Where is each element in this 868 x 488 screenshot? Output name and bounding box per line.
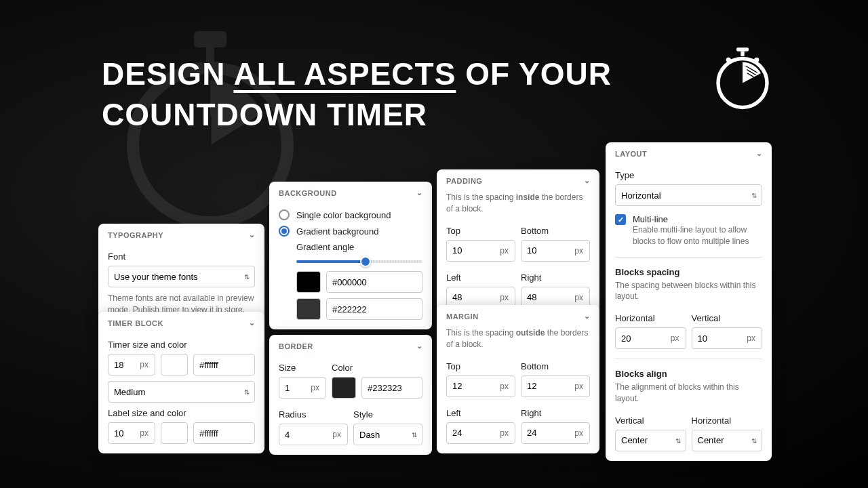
label-size-input[interactable] — [108, 422, 155, 444]
stopwatch-icon — [712, 47, 773, 112]
blocks-spacing-help: The spacing between blocks within this l… — [615, 280, 762, 303]
timer-weight-swatch[interactable] — [161, 354, 188, 375]
multiline-help: Enable multi-line layout to allow blocks… — [633, 224, 762, 247]
margin-header: MARGIN — [446, 312, 479, 321]
align-v-select[interactable] — [615, 430, 686, 451]
timer-block-header: TIMER BLOCK — [108, 319, 163, 327]
layout-header: LAYOUT — [615, 150, 647, 158]
chevron-down-icon[interactable]: ⌄ — [756, 149, 763, 158]
gradient-swatch-2[interactable] — [296, 298, 321, 320]
padding-right-label: Right — [521, 272, 590, 283]
margin-left-input[interactable] — [446, 422, 515, 444]
margin-top-label: Top — [446, 361, 515, 371]
timer-color-input[interactable] — [193, 354, 255, 375]
border-style-label: Style — [353, 409, 422, 420]
margin-bottom-label: Bottom — [521, 361, 590, 371]
padding-top-input[interactable] — [446, 240, 515, 262]
single-color-radio[interactable]: Single color background — [279, 209, 422, 220]
border-radius-label: Radius — [279, 409, 348, 420]
label-size-color-label: Label size and color — [108, 408, 255, 418]
padding-panel: PADDING ⌄ This is the spacing inside the… — [437, 169, 599, 318]
gradient-color-2-input[interactable] — [326, 298, 422, 320]
padding-help: This is the spacing inside the borders o… — [446, 192, 590, 215]
timer-block-panel: TIMER BLOCK ⌄ Timer size and color px ⇅ … — [98, 312, 264, 453]
layout-panel: LAYOUT ⌄ Type ⇅ ✓ Multi-line Enable mult… — [606, 142, 772, 461]
layout-type-select[interactable] — [615, 184, 762, 206]
padding-header: PADDING — [446, 177, 482, 185]
margin-top-input[interactable] — [446, 375, 515, 397]
chevron-down-icon[interactable]: ⌄ — [249, 230, 256, 239]
padding-left-label: Left — [446, 272, 515, 283]
align-h-label: Horizontal — [692, 415, 763, 426]
chevron-down-icon[interactable]: ⌄ — [584, 176, 591, 185]
radio-checked-icon — [279, 226, 290, 237]
multiline-checkbox[interactable]: ✓ — [615, 214, 626, 225]
margin-right-label: Right — [521, 408, 590, 418]
padding-top-label: Top — [446, 226, 515, 236]
blocks-spacing-title: Blocks spacing — [615, 267, 762, 277]
border-size-label: Size — [279, 363, 326, 373]
hero-title: DESIGN ALL ASPECTS OF YOUR COUNTDOWN TIM… — [102, 54, 612, 136]
gradient-swatch-1[interactable] — [296, 271, 321, 293]
margin-help: This is the spacing outside the borders … — [446, 327, 590, 350]
svg-rect-5 — [736, 47, 749, 51]
border-color-label: Color — [332, 363, 422, 373]
border-swatch[interactable] — [332, 377, 356, 399]
chevron-down-icon[interactable]: ⌄ — [584, 312, 591, 321]
spacing-v-input[interactable] — [692, 327, 763, 349]
timer-size-color-label: Timer size and color — [108, 340, 255, 350]
gradient-angle-label: Gradient angle — [296, 242, 422, 252]
spacing-h-label: Horizontal — [615, 313, 686, 323]
background-panel: BACKGROUND ⌄ Single color background Gra… — [269, 182, 432, 329]
border-size-input[interactable] — [279, 377, 326, 399]
margin-panel: MARGIN ⌄ This is the spacing outside the… — [437, 305, 599, 453]
border-panel: BORDER ⌄ Size px Color Radius — [269, 335, 432, 455]
chevron-down-icon[interactable]: ⌄ — [249, 319, 256, 327]
margin-left-label: Left — [446, 408, 515, 418]
font-select[interactable] — [108, 266, 255, 287]
gradient-color-1-input[interactable] — [326, 271, 422, 293]
spacing-h-input[interactable] — [615, 327, 686, 349]
padding-bottom-label: Bottom — [521, 226, 590, 236]
label-color-input[interactable] — [193, 422, 255, 444]
border-style-select[interactable] — [353, 424, 422, 445]
typography-header: TYPOGRAPHY — [108, 231, 163, 239]
border-color-input[interactable] — [361, 377, 422, 399]
gradient-radio[interactable]: Gradient background — [279, 226, 422, 237]
radio-icon — [279, 209, 290, 220]
timer-weight-select[interactable] — [108, 381, 255, 403]
align-v-label: Vertical — [615, 415, 686, 426]
chevron-down-icon[interactable]: ⌄ — [416, 342, 423, 350]
margin-bottom-input[interactable] — [521, 375, 590, 397]
align-h-select[interactable] — [692, 430, 763, 451]
font-label: Font — [108, 251, 255, 262]
blocks-align-help: The alignment of blocks within this layo… — [615, 382, 762, 405]
svg-rect-6 — [741, 52, 744, 56]
padding-bottom-input[interactable] — [521, 240, 590, 262]
margin-right-input[interactable] — [521, 422, 590, 444]
border-header: BORDER — [279, 342, 313, 350]
chevron-down-icon[interactable]: ⌄ — [416, 188, 423, 197]
multiline-label: Multi-line — [633, 214, 762, 224]
gradient-angle-slider[interactable] — [296, 260, 422, 263]
background-header: BACKGROUND — [279, 189, 337, 197]
spacing-v-label: Vertical — [692, 313, 763, 323]
typography-panel: TYPOGRAPHY ⌄ Font ⇅ Theme fonts are not … — [98, 224, 264, 325]
timer-size-input[interactable] — [108, 354, 155, 375]
label-swatch[interactable] — [161, 422, 188, 444]
border-radius-input[interactable] — [279, 424, 348, 445]
blocks-align-title: Blocks align — [615, 369, 762, 379]
svg-rect-0 — [194, 31, 226, 47]
layout-type-label: Type — [615, 170, 762, 180]
